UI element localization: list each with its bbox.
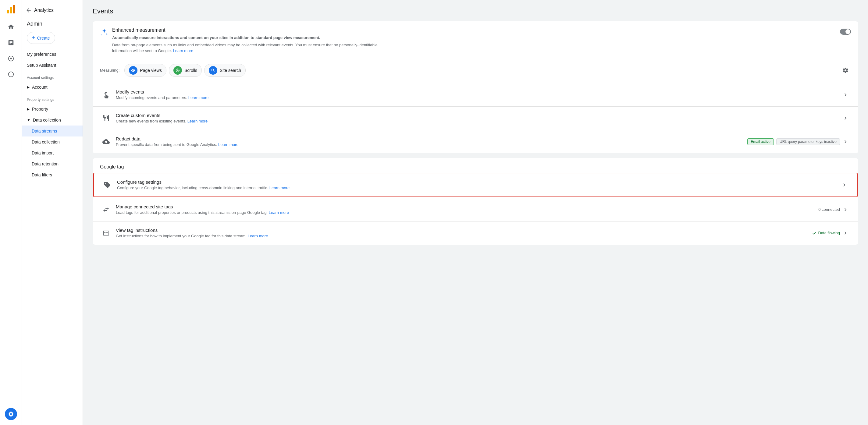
google-tag-title: Google tag xyxy=(93,158,858,172)
sidebar-reports[interactable] xyxy=(4,35,18,50)
create-custom-events-learn-more[interactable]: Learn more xyxy=(187,119,208,123)
configure-tag-chevron-icon xyxy=(841,182,847,188)
settings-button[interactable] xyxy=(5,408,17,420)
enhanced-measurement-section: Enhanced measurement Automatically measu… xyxy=(93,21,858,83)
modify-events-row[interactable]: Modify events Modify incoming events and… xyxy=(93,83,858,106)
redact-data-icon xyxy=(100,136,112,148)
manage-connected-tags-chevron-icon xyxy=(842,206,848,212)
data-retention-label: Data retention xyxy=(32,161,59,166)
measuring-row: Measuring: Page views xyxy=(100,59,851,77)
admin-menu-data-filters[interactable]: Data filters xyxy=(22,169,83,181)
modify-events-desc: Modify incoming events and parameters. L… xyxy=(116,95,842,100)
property-section-title: Property settings xyxy=(22,93,83,104)
create-custom-events-title: Create custom events xyxy=(116,113,842,118)
setup-assistant-label: Setup Assistant xyxy=(27,63,56,68)
modify-events-icon xyxy=(100,89,112,101)
data-collection-label: Data collection xyxy=(33,118,61,123)
page-views-label: Page views xyxy=(140,68,162,73)
redact-data-learn-more[interactable]: Learn more xyxy=(218,142,238,147)
create-button[interactable]: + Create xyxy=(27,32,55,44)
admin-menu-property[interactable]: ▶ Property xyxy=(22,104,83,115)
sidebar-explore[interactable] xyxy=(4,51,18,66)
manage-connected-tags-row[interactable]: Manage connected site tags Load tags for… xyxy=(93,198,858,221)
sidebar-home[interactable] xyxy=(4,20,18,34)
enhanced-desc-line2: Data from on-page elements such as links… xyxy=(112,43,378,53)
eye-icon xyxy=(131,68,135,72)
enhanced-measurement-title: Enhanced measurement xyxy=(112,27,386,33)
my-preferences-label: My preferences xyxy=(27,52,56,57)
hand-pointer-icon xyxy=(102,91,110,98)
custom-events-icon xyxy=(102,115,110,122)
advertising-icon xyxy=(8,71,14,78)
back-label: Analytics xyxy=(34,8,54,13)
view-tag-instructions-icon xyxy=(100,227,112,239)
account-expand-icon: ▶ xyxy=(27,85,30,89)
enhanced-learn-more-link[interactable]: Learn more xyxy=(173,48,193,53)
configure-tag-title: Configure tag settings xyxy=(117,179,841,185)
scrolls-icon xyxy=(174,66,182,75)
enhanced-measurement-toggle[interactable] xyxy=(840,29,851,35)
manage-connected-tags-content: Manage connected site tags Load tags for… xyxy=(116,204,818,215)
admin-menu-data-collection[interactable]: ▼ Data collection xyxy=(22,115,83,126)
configure-tag-settings-row[interactable]: Configure tag settings Configure your Go… xyxy=(93,173,858,197)
redact-icon xyxy=(102,138,110,145)
data-import-label: Data import xyxy=(32,151,54,155)
site-search-icon xyxy=(209,66,217,75)
view-tag-instructions-right: Data flowing xyxy=(812,230,848,236)
admin-menu-setup-assistant[interactable]: Setup Assistant xyxy=(22,60,83,71)
logo xyxy=(5,4,17,14)
manage-connected-tags-learn-more[interactable]: Learn more xyxy=(269,210,289,215)
configure-tag-content: Configure tag settings Configure your Go… xyxy=(117,179,841,190)
redact-data-chevron-icon xyxy=(842,139,848,145)
scroll-icon xyxy=(176,68,180,72)
sparkle-icon xyxy=(100,28,108,37)
google-tag-card: Google tag Configure tag settings Config… xyxy=(93,158,858,244)
site-search-pill: Site search xyxy=(204,64,246,77)
checkmark-icon xyxy=(812,231,817,235)
account-section-title: Account settings xyxy=(22,71,83,81)
view-tag-instructions-row[interactable]: View tag instructions Get instructions f… xyxy=(93,221,858,244)
view-tag-instructions-title: View tag instructions xyxy=(116,228,812,233)
view-tag-instructions-learn-more[interactable]: Learn more xyxy=(248,234,268,238)
scrolls-pill: Scrolls xyxy=(169,64,202,77)
view-tag-instructions-desc: Get instructions for how to implement yo… xyxy=(116,234,812,238)
admin-menu-my-preferences[interactable]: My preferences xyxy=(22,49,83,60)
redact-data-row[interactable]: Redact data Prevent specific data from b… xyxy=(93,130,858,153)
scrolls-label: Scrolls xyxy=(184,68,197,73)
svg-rect-1 xyxy=(10,7,12,13)
admin-menu-data-streams[interactable]: Data streams xyxy=(22,126,83,136)
tag-instructions-icon xyxy=(102,229,110,237)
admin-menu-account[interactable]: ▶ Account xyxy=(22,81,83,93)
create-custom-events-row[interactable]: Create custom events Create new events f… xyxy=(93,106,858,130)
create-custom-events-desc: Create new events from existing events. … xyxy=(116,119,842,123)
data-collection-expand-icon: ▼ xyxy=(27,118,30,122)
admin-menu-data-collection-sub[interactable]: Data collection xyxy=(22,136,83,148)
create-custom-events-icon xyxy=(100,112,112,124)
admin-menu-data-import[interactable]: Data import xyxy=(22,148,83,158)
main-content: Events Enhanced measurement xyxy=(83,0,868,425)
modify-events-title: Modify events xyxy=(116,89,842,94)
page-title: Events xyxy=(93,7,858,15)
create-custom-events-right xyxy=(842,115,848,121)
data-flowing-badge: Data flowing xyxy=(812,231,840,235)
manage-connected-tags-title: Manage connected site tags xyxy=(116,204,818,209)
configure-tag-learn-more[interactable]: Learn more xyxy=(270,186,289,190)
configure-tag-right xyxy=(841,182,847,188)
property-label: Property xyxy=(32,107,48,111)
back-button[interactable]: Analytics xyxy=(22,5,83,18)
enhanced-measurement-icon xyxy=(100,28,108,38)
view-tag-instructions-content: View tag instructions Get instructions f… xyxy=(116,228,812,238)
measuring-gear-icon xyxy=(842,67,849,74)
modify-events-learn-more[interactable]: Learn more xyxy=(188,95,209,100)
create-label: Create xyxy=(37,36,50,40)
modify-events-right xyxy=(842,92,848,98)
admin-menu-data-retention[interactable]: Data retention xyxy=(22,158,83,169)
manage-connected-tags-right: 0 connected xyxy=(818,206,848,212)
measuring-settings-button[interactable] xyxy=(840,65,851,76)
enhanced-header-left: Enhanced measurement Automatically measu… xyxy=(100,27,840,54)
measuring-pills: Page views Scrolls xyxy=(124,64,836,77)
redact-data-content: Redact data Prevent specific data from b… xyxy=(116,136,747,147)
sidebar-advertising[interactable] xyxy=(4,67,18,81)
create-custom-events-content: Create custom events Create new events f… xyxy=(116,113,842,123)
configure-tag-desc: Configure your Google tag behavior, incl… xyxy=(117,186,841,190)
